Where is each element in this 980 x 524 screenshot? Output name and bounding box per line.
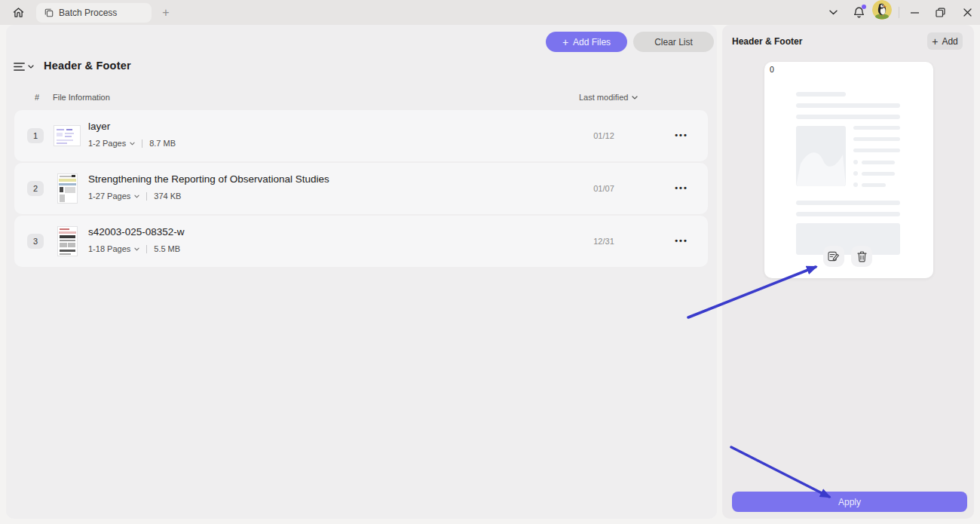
tab-label: Batch Process <box>59 8 117 18</box>
table-header: # File Information Last modified <box>6 93 717 105</box>
preview-bar <box>796 115 900 119</box>
home-icon <box>12 6 25 19</box>
chevron-down-icon <box>28 65 34 69</box>
chevron-down-icon <box>134 247 139 251</box>
column-file-information: File Information <box>53 93 110 102</box>
apply-label: Apply <box>838 497 861 507</box>
meta-divider <box>142 139 142 148</box>
pages-label: 1-27 Pages <box>88 192 130 201</box>
restore-icon <box>936 8 945 17</box>
file-size: 8.7 MB <box>149 139 176 148</box>
plus-icon: + <box>562 37 568 47</box>
pages-dropdown[interactable]: 1-18 Pages <box>88 244 139 253</box>
clear-list-label: Clear List <box>654 37 693 47</box>
panel-title: Header & Footer <box>732 36 802 47</box>
tab-batch-process[interactable]: Batch Process <box>36 3 152 23</box>
row-index-badge: 3 <box>27 234 44 249</box>
file-name: Strengthening the Reporting of Observati… <box>88 173 329 185</box>
page-title: Header & Footer <box>44 60 131 72</box>
column-index: # <box>35 93 39 102</box>
delete-template-button[interactable] <box>851 246 872 267</box>
row-index-badge: 1 <box>27 128 44 143</box>
more-options-button[interactable]: ••• <box>665 179 698 197</box>
file-meta: 1-18 Pages 5.5 MB <box>88 244 180 253</box>
preview-bar <box>796 92 846 97</box>
last-modified-value: 01/12 <box>570 131 638 140</box>
preview-bullet-row <box>853 160 900 164</box>
pages-dropdown[interactable]: 1-2 Pages <box>88 139 135 148</box>
preview-block <box>796 223 900 255</box>
meta-divider <box>146 192 147 201</box>
preview-bar <box>853 126 900 130</box>
chevron-down-icon <box>134 195 139 198</box>
home-button[interactable] <box>5 2 31 23</box>
titlebar: Batch Process + <box>0 0 980 25</box>
close-icon <box>963 8 972 17</box>
close-button[interactable] <box>957 0 978 25</box>
template-index: 0 <box>770 65 774 74</box>
minimize-button[interactable] <box>904 0 925 25</box>
file-thumbnail <box>54 125 81 146</box>
preview-bar <box>853 149 900 152</box>
last-modified-value: 01/07 <box>570 184 638 193</box>
menu-button[interactable] <box>14 58 39 75</box>
file-thumbnail <box>57 226 78 256</box>
header-footer-panel: Header & Footer + Add 0 <box>722 25 974 519</box>
file-row[interactable]: 2 Strengthening the Reporting of Observa… <box>14 163 708 214</box>
preview-bar <box>853 137 900 141</box>
edit-icon <box>828 251 840 262</box>
add-template-button[interactable]: + Add <box>927 32 963 50</box>
file-size: 5.5 MB <box>154 244 180 253</box>
batch-process-icon <box>44 8 54 17</box>
column-last-modified-sort[interactable]: Last modified <box>579 93 638 102</box>
pages-label: 1-18 Pages <box>88 244 130 253</box>
file-name: s42003-025-08352-w <box>88 226 185 237</box>
preview-bullet-row <box>853 182 900 187</box>
last-modified-label: Last modified <box>579 93 628 102</box>
apply-button[interactable]: Apply <box>732 492 967 512</box>
minimize-icon <box>911 12 919 14</box>
pages-label: 1-2 Pages <box>88 139 126 148</box>
clear-list-button[interactable]: Clear List <box>633 32 714 52</box>
chevron-down-icon <box>829 10 838 15</box>
preview-image-placeholder <box>796 126 846 186</box>
restore-button[interactable] <box>929 0 951 25</box>
template-card[interactable]: 0 <box>764 62 933 278</box>
preview-bar <box>796 201 900 205</box>
pages-dropdown[interactable]: 1-27 Pages <box>88 192 139 201</box>
more-options-button[interactable]: ••• <box>665 231 698 250</box>
titlebar-separator <box>899 7 899 18</box>
notification-badge <box>862 5 866 9</box>
chevron-down-icon <box>130 142 135 146</box>
preview-split <box>796 126 900 194</box>
preview-bar <box>796 212 900 216</box>
trash-icon <box>857 251 867 262</box>
plus-icon: + <box>932 36 938 47</box>
new-tab-button[interactable]: + <box>158 5 173 20</box>
user-avatar[interactable] <box>872 0 892 20</box>
file-row[interactable]: 3 s42003-025-08352-w 1-18 Pages 5.5 MB <box>14 216 708 267</box>
preview-text-column <box>853 126 900 194</box>
titlebar-chevron-button[interactable] <box>824 0 842 25</box>
file-row[interactable]: 1 layer 1-2 Pages 8.7 MB 01/12 ••• <box>14 110 708 161</box>
row-index-badge: 2 <box>27 181 44 196</box>
bell-icon <box>853 6 865 19</box>
file-list: 1 layer 1-2 Pages 8.7 MB 01/12 ••• <box>14 110 708 268</box>
plus-icon: + <box>162 5 169 20</box>
puffin-avatar-image <box>872 0 892 20</box>
file-name: layer <box>88 121 110 132</box>
file-meta: 1-2 Pages 8.7 MB <box>88 139 176 148</box>
more-options-button[interactable]: ••• <box>665 126 698 144</box>
file-thumbnail <box>57 173 78 204</box>
hamburger-icon <box>14 63 25 71</box>
preview-bar <box>796 103 900 108</box>
add-files-button[interactable]: + Add Files <box>546 32 627 52</box>
edit-template-button[interactable] <box>823 246 844 267</box>
main-panel: Header & Footer + Add Files Clear List #… <box>6 25 717 519</box>
preview-bullet-row <box>853 171 900 176</box>
meta-divider <box>146 245 147 253</box>
last-modified-value: 12/31 <box>570 237 638 246</box>
file-meta: 1-27 Pages 374 KB <box>88 192 181 201</box>
notifications-button[interactable] <box>849 0 868 25</box>
chevron-down-icon <box>632 96 638 100</box>
